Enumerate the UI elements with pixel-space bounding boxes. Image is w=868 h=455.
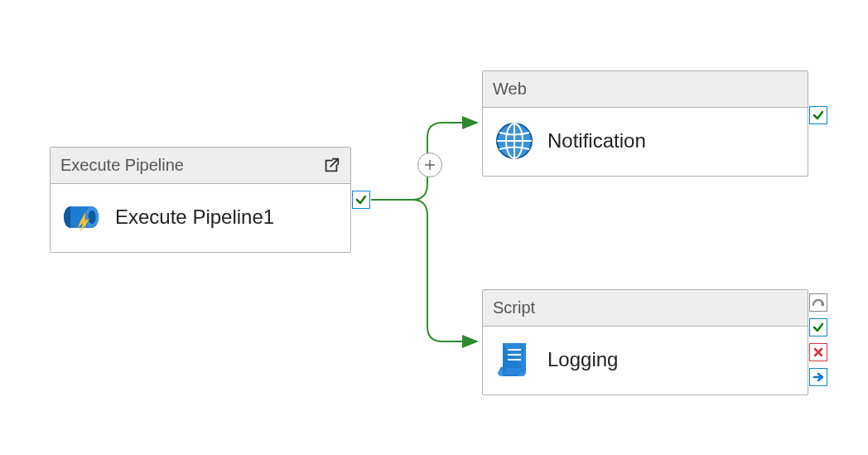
completion-output-port[interactable] [809,368,827,386]
activity-name: Notification [547,129,646,152]
output-ports-stack [809,293,827,386]
activity-type-label: Script [493,298,535,317]
svg-point-3 [88,211,95,225]
success-output-port[interactable] [809,106,827,124]
globe-icon [494,121,534,161]
activity-type-label: Web [493,80,527,99]
activity-web[interactable]: Web Notification [482,70,808,177]
activity-type-label: Execute Pipeline [60,156,184,175]
success-output-port[interactable] [352,191,370,209]
add-activity-button[interactable] [417,152,442,177]
skip-output-port[interactable] [809,293,827,312]
success-output-port[interactable] [809,318,827,336]
activity-name: Execute Pipeline1 [115,206,274,229]
script-icon [494,340,534,380]
fail-output-port[interactable] [809,343,827,361]
pipeline-icon [62,197,102,237]
activity-name: Logging [547,348,618,371]
activity-script[interactable]: Script Logging [482,289,808,395]
open-pipeline-icon[interactable] [322,157,340,175]
activity-execute-pipeline[interactable]: Execute Pipeline Execute Pipeline1 [50,147,351,253]
